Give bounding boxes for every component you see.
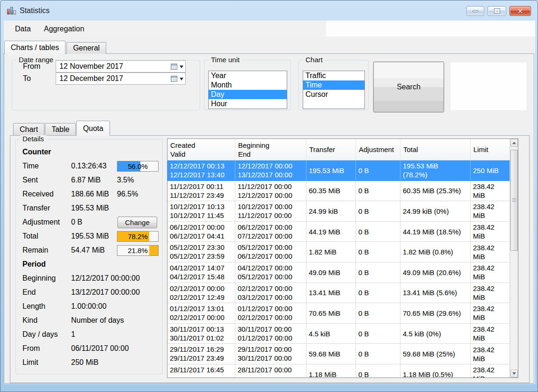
- cell-adjustment: 0 B: [356, 262, 400, 283]
- cell-beginning-end: 29/11/2017 00:00 30/11/2017 00:00: [235, 344, 306, 364]
- details-row-total: Total195.53 MiB78.2%: [16, 229, 162, 243]
- detail-label: Adjustment: [22, 218, 71, 226]
- menu-item-data[interactable]: Data: [8, 22, 37, 36]
- table-row[interactable]: 01/12/2017 13:01 02/12/2017 00:0001/12/2…: [167, 303, 510, 324]
- option-day[interactable]: Day: [209, 90, 287, 99]
- cell-transfer: 1.82 MiB: [306, 242, 356, 262]
- view-tab-quota[interactable]: Quota: [76, 121, 110, 136]
- column-header-beginning-end[interactable]: Beginning End: [235, 139, 306, 160]
- section-heading-period: Period: [16, 257, 162, 271]
- tab-charts-tables[interactable]: Charts / tables: [4, 41, 65, 54]
- change-button[interactable]: Change: [117, 217, 157, 228]
- cell-created-valid: 28/11/2017 16:45: [167, 364, 235, 377]
- cell-total: 44.19 MiB (18.5%): [400, 222, 471, 242]
- scroll-down-button[interactable]: [510, 370, 518, 377]
- detail-value: 250 MiB: [71, 358, 99, 367]
- column-header-limit[interactable]: Limit: [471, 139, 510, 160]
- to-date-field[interactable]: 12 December 2017: [56, 73, 186, 85]
- option-month[interactable]: Month: [209, 80, 287, 90]
- cell-transfer: 59.68 MiB: [306, 344, 356, 364]
- date-row-to: To12 December 2017: [12, 73, 200, 85]
- dropdown-arrow-icon: [180, 78, 183, 82]
- cell-transfer: 49.09 MiB: [306, 262, 356, 283]
- details-row-transfer: Transfer195.53 MiB: [16, 201, 162, 215]
- detail-value: 0 B: [71, 218, 82, 226]
- table-row[interactable]: 02/12/2017 00:00 02/12/2017 12:4902/12/2…: [167, 283, 510, 304]
- tab-general[interactable]: General: [66, 42, 106, 54]
- maximize-button[interactable]: [487, 6, 506, 16]
- detail-value: 1.00:00:00: [71, 302, 107, 311]
- details-legend: Details: [20, 135, 46, 143]
- cell-beginning-end: 12/12/2017 00:00 13/12/2017 00:00: [235, 160, 306, 181]
- option-hour[interactable]: Hour: [209, 99, 287, 109]
- option-traffic[interactable]: Traffic: [303, 71, 364, 80]
- vertical-scrollbar[interactable]: [510, 139, 518, 377]
- cell-total: 13.41 MiB (5.6%): [400, 283, 471, 303]
- cell-limit: 238.42 MiB: [471, 283, 510, 303]
- view-tab-table[interactable]: Table: [45, 123, 76, 135]
- cell-adjustment: 0 B: [356, 201, 400, 221]
- cell-beginning-end: 30/11/2017 00:00 01/12/2017 00:00: [235, 324, 306, 344]
- table-row[interactable]: 04/12/2017 14:07 04/12/2017 15:4804/12/2…: [167, 262, 510, 283]
- date-range-group: Date range From12 November 2017To12 Dece…: [12, 60, 200, 110]
- detail-value: Number of days: [71, 316, 124, 325]
- column-header-total[interactable]: Total: [400, 139, 471, 160]
- icon-bar-gray: [14, 10, 16, 15]
- minimize-icon: [473, 10, 478, 12]
- date-field-value: 12 December 2017: [56, 74, 123, 83]
- cell-total: 59.68 MiB (25%): [400, 344, 471, 364]
- main-tab-strip: Charts / tablesGeneral: [4, 40, 107, 54]
- cell-beginning-end: 10/12/2017 00:00 11/12/2017 00:00: [235, 201, 306, 221]
- table-row[interactable]: 29/11/2017 16:29 29/11/2017 23:4929/11/2…: [167, 344, 510, 364]
- cell-adjustment: 0 B: [356, 303, 400, 323]
- scrollbar-thumb[interactable]: [510, 150, 518, 251]
- progress-bar: 78.2%: [117, 231, 159, 242]
- detail-label: Day / days: [22, 330, 71, 339]
- cell-transfer: 60.35 MiB: [306, 181, 356, 201]
- column-header-transfer[interactable]: Transfer: [306, 139, 356, 160]
- cell-limit: 238.42 MiB: [471, 262, 510, 283]
- table-row[interactable]: 11/12/2017 00:11 11/12/2017 23:4911/12/2…: [167, 181, 510, 202]
- option-year[interactable]: Year: [209, 71, 287, 80]
- cell-limit: 250 MiB: [471, 160, 510, 181]
- empty-panel: [450, 62, 527, 111]
- scroll-up-button[interactable]: [510, 139, 518, 147]
- column-header-created-valid[interactable]: Created Valid: [167, 139, 235, 160]
- progress-bar: 56.0%: [117, 161, 159, 172]
- cell-created-valid: 05/12/2017 23:30 05/12/2017 23:59: [167, 242, 235, 262]
- close-button[interactable]: ✕: [509, 6, 531, 16]
- table-row[interactable]: 30/11/2017 00:13 30/11/2017 01:0230/11/2…: [167, 324, 510, 344]
- column-header-adjustment[interactable]: Adjustment: [356, 139, 400, 160]
- from-date-field[interactable]: 12 November 2017: [56, 60, 186, 73]
- option-time[interactable]: Time: [303, 80, 364, 90]
- view-tab-chart[interactable]: Chart: [13, 123, 44, 135]
- calendar-dropdown-button[interactable]: [171, 61, 183, 72]
- window-controls: ✕: [466, 6, 531, 16]
- option-cursor[interactable]: Cursor: [303, 90, 364, 99]
- cell-limit: 238.42 MiB: [471, 324, 510, 344]
- progress-bar: 21.8%: [117, 245, 159, 256]
- details-row-length: Length1.00:00:00: [16, 299, 162, 313]
- detail-label: From: [22, 344, 71, 353]
- time-unit-group: Time unit YearMonthDayHour: [204, 60, 291, 110]
- cell-limit: 238.42 MiB: [471, 344, 510, 364]
- table-row[interactable]: 12/12/2017 00:13 12/12/2017 13:4012/12/2…: [167, 160, 510, 181]
- table-row[interactable]: 05/12/2017 23:30 05/12/2017 23:5905/12/2…: [167, 242, 510, 262]
- calendar-dropdown-button[interactable]: [171, 73, 183, 84]
- table-row[interactable]: 28/11/2017 16:4528/11/2017 00:001.18 MiB…: [167, 364, 510, 377]
- search-button[interactable]: Search: [373, 62, 444, 112]
- minimize-button[interactable]: [466, 6, 484, 16]
- date-row-from: From12 November 2017: [12, 60, 200, 73]
- detail-label: Transfer: [22, 204, 71, 212]
- table-row[interactable]: 10/12/2017 10:13 10/12/2017 11:4510/12/2…: [167, 201, 510, 222]
- cell-created-valid: 06/12/2017 00:00 06/12/2017 04:41: [167, 222, 235, 242]
- details-row-end: End13/12/2017 00:00:00: [16, 285, 162, 299]
- table-row[interactable]: 06/12/2017 00:00 06/12/2017 04:4106/12/2…: [167, 222, 510, 242]
- cell-adjustment: 0 B: [356, 160, 400, 181]
- cell-created-valid: 10/12/2017 10:13 10/12/2017 11:45: [167, 201, 235, 221]
- progress-text: 78.2%: [117, 232, 158, 241]
- cell-total: 49.09 MiB (20.6%): [400, 262, 471, 283]
- cell-total: 1.82 MiB (0.8%): [400, 242, 471, 262]
- cell-limit: 238.42 MiB: [471, 201, 510, 221]
- menu-item-aggregation[interactable]: Aggregation: [37, 22, 91, 36]
